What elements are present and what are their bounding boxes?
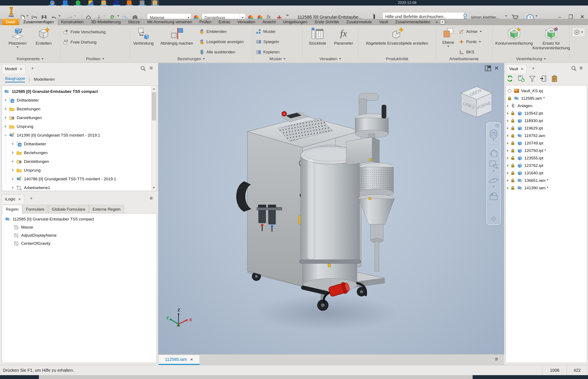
freie-drehung-button[interactable]: Freie Drehung — [63, 38, 96, 47]
konturvereinfachung-button[interactable]: Konturvereinfachung — [495, 27, 533, 46]
inventor-logo[interactable]: PRO — [6, 7, 16, 18]
group-verwalten[interactable]: Verwalten — [304, 57, 356, 61]
add-panel-tab-button[interactable]: + — [30, 196, 33, 201]
tree-item[interactable]: Ursprung — [4, 122, 33, 131]
scroll-down-arrow[interactable] — [152, 187, 155, 189]
vault-item[interactable]: 123762.ipt — [507, 162, 543, 169]
ilogic-rule-item[interactable]: CenterOfGravity — [14, 239, 50, 248]
ribbon-display-options-button[interactable] — [572, 27, 586, 37]
ilogic-panel-tab[interactable]: iLogic ✕ — [2, 194, 24, 204]
navigation-wheel-icon[interactable] — [488, 129, 499, 139]
model-panel-tab[interactable]: Modell ✕ — [2, 64, 25, 73]
tab-umgebungen[interactable]: Umgebungen — [280, 19, 311, 25]
3d-viewport[interactable]: ✕ OBEN LINKS VORNE — [158, 63, 504, 354]
search-icon[interactable] — [140, 65, 146, 71]
navbar-collapse-icon[interactable] — [491, 216, 496, 221]
tab-zusammenfuegen[interactable]: Zusammenfügen — [20, 19, 57, 25]
bks-button[interactable]: BKS — [459, 47, 474, 57]
group-komponente[interactable]: Komponente — [4, 57, 56, 61]
ilogic-rule-item[interactable]: AdjustDisplayName — [14, 231, 57, 239]
tab-extras[interactable]: Extras — [215, 19, 234, 25]
taskbar-app-icon[interactable] — [100, 0, 108, 6]
tab-datei[interactable]: Datei — [2, 19, 19, 25]
document-restore-icon[interactable] — [485, 65, 491, 71]
tab-ansicht[interactable]: Ansicht — [259, 19, 279, 25]
expand-arrow-icon[interactable] — [507, 105, 508, 107]
ribbon-collapse-icon[interactable] — [440, 20, 446, 24]
group-produktivitaet[interactable]: Produktivität — [361, 57, 433, 61]
expand-arrow-icon[interactable] — [507, 134, 508, 137]
taskbar-app-icon[interactable] — [74, 0, 82, 6]
chevron-down-icon[interactable] — [492, 187, 495, 191]
expand-plus-icon[interactable] — [4, 125, 7, 128]
tree-item[interactable]: Beziehungen — [4, 105, 40, 113]
tree-item[interactable]: Darstellungen — [11, 157, 49, 166]
muster-button[interactable]: Muster — [256, 27, 276, 36]
punkt-button[interactable]: Punkt — [459, 37, 481, 47]
verbindung-button[interactable]: Verbindung — [132, 27, 155, 46]
scroll-up-arrow[interactable] — [152, 88, 155, 90]
expand-arrow-icon[interactable] — [507, 179, 508, 182]
title-next-arrow-icon[interactable] — [373, 15, 375, 19]
tab-erste-schritte[interactable]: Erste Schritte — [311, 19, 343, 25]
tab-vault[interactable]: Vault — [375, 19, 392, 25]
expand-plus-icon[interactable] — [11, 186, 14, 189]
hamburger-menu-icon[interactable]: ≡ — [150, 65, 153, 71]
tab-externe-regeln[interactable]: Externe Regeln — [89, 205, 124, 214]
add-panel-tab-button[interactable]: + — [31, 65, 34, 71]
mode-tab-baugruppe[interactable]: Baugruppe — [5, 76, 25, 82]
abgeleitete-ersatzobjekte-button[interactable]: Abgeleitete Ersatzobjekte erstellen — [362, 27, 433, 46]
checkin-icon[interactable] — [540, 75, 547, 82]
vault-item[interactable]: 131640.ipt — [507, 169, 543, 177]
taskbar-app-icon[interactable] — [151, 0, 159, 6]
taskbar-app-icon[interactable] — [138, 0, 146, 6]
vault-item[interactable]: 120749.ipt — [507, 139, 543, 147]
expand-arrow-icon[interactable] — [507, 142, 508, 144]
expand-plus-icon[interactable] — [11, 160, 14, 163]
taskbar-app-icon[interactable] — [61, 0, 69, 6]
close-icon[interactable]: ✕ — [18, 197, 21, 201]
tab-konstruktion[interactable]: Konstruktion — [57, 19, 87, 25]
add-panel-tab-button[interactable]: + — [532, 65, 535, 71]
expand-arrow-icon[interactable] — [507, 164, 508, 167]
tab-overflow-icon[interactable]: » — [436, 20, 438, 24]
taskbar-app-icon[interactable] — [125, 0, 133, 6]
taskbar-app-icon[interactable] — [112, 0, 120, 6]
platzieren-button[interactable]: Platzieren — [6, 27, 30, 48]
stueckliste-button[interactable]: Stückliste — [305, 27, 330, 46]
tab-globale-formulare[interactable]: Globale Formulare — [48, 205, 89, 214]
tree-item[interactable]: Arbeitsebene1 — [11, 183, 50, 192]
erstellen-button[interactable]: Erstellen — [32, 27, 56, 46]
machine-3d-model[interactable] — [158, 63, 504, 354]
group-arbeitselemente[interactable]: Arbeitselemente — [438, 57, 490, 61]
expand-plus-icon[interactable] — [11, 142, 14, 145]
achse-button[interactable]: Achse — [459, 27, 482, 36]
expand-plus-icon[interactable] — [4, 108, 7, 110]
tree-item[interactable]: Drittanbieter — [11, 140, 46, 148]
alle-ausblenden-button[interactable]: Alle ausblenden — [199, 47, 235, 57]
ilogic-root-item[interactable]: 112585 [0] Granulat-Entstauber TS5 compa… — [5, 215, 94, 223]
tree-item[interactable]: Darstellungen — [4, 113, 42, 122]
collapse-minus-icon[interactable] — [4, 134, 7, 137]
hamburger-menu-icon[interactable]: ≡ — [579, 65, 583, 71]
expand-plus-icon[interactable] — [11, 169, 14, 172]
tab-mit-anmerkung-versehen[interactable]: Mit Anmerkung versehen — [144, 19, 196, 25]
expand-arrow-icon[interactable] — [507, 120, 508, 122]
vault-item[interactable]: 120750.ipt * — [507, 147, 546, 154]
expand-arrow-icon[interactable] — [507, 157, 508, 159]
tree-item[interactable]: 140786 [0] Grundgestell TS5-TT5 montiert… — [11, 174, 116, 183]
tree-item[interactable]: Drittanbieter — [4, 96, 39, 105]
tab-list-menu-icon[interactable]: ≡ — [495, 356, 498, 362]
freie-verschiebung-button[interactable]: Freie Verschiebung — [63, 27, 105, 37]
tree-item[interactable]: Beziehungen — [11, 148, 48, 157]
expand-arrow-icon[interactable] — [507, 127, 508, 129]
look-at-icon[interactable] — [488, 191, 499, 202]
pan-hand-icon[interactable] — [489, 147, 499, 157]
vault-item[interactable]: Vault_KS.ipj — [507, 87, 543, 95]
document-close-icon[interactable]: ✕ — [494, 65, 499, 72]
close-icon[interactable]: ✕ — [521, 67, 523, 71]
tree-item[interactable]: Ursprung — [11, 166, 41, 174]
tab-verwalten[interactable]: Verwalten — [234, 19, 259, 25]
group-vereinfachung[interactable]: Vereinfachung — [495, 57, 567, 61]
parameter-button[interactable]: fx Parameter — [331, 27, 356, 46]
